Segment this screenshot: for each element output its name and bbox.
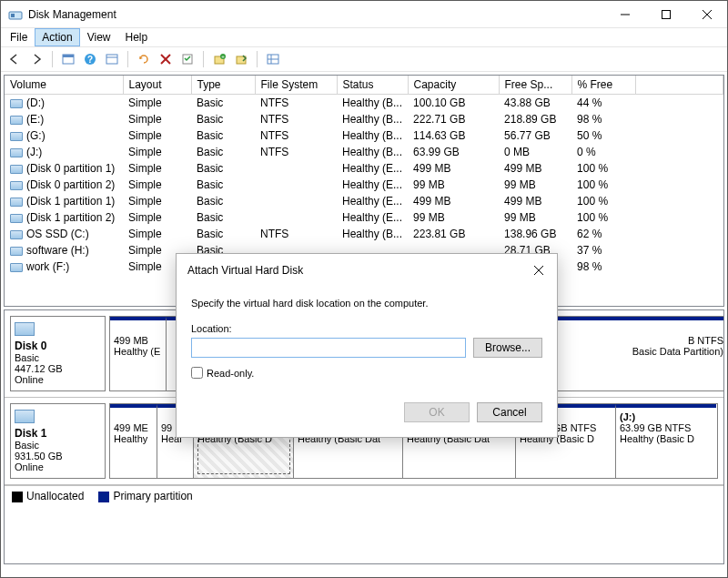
toolbar: ? + xyxy=(1,46,727,72)
column-header[interactable]: File System xyxy=(255,76,337,95)
disk-icon xyxy=(15,322,35,336)
dialog-title: Attach Virtual Hard Disk xyxy=(187,264,303,277)
volume-row[interactable]: (J:)SimpleBasicNTFSHealthy (B...63.99 GB… xyxy=(5,144,723,160)
location-input[interactable] xyxy=(191,338,466,358)
ok-button[interactable]: OK xyxy=(404,402,470,422)
disk-header[interactable]: Disk 1Basic931.50 GBOnline xyxy=(10,403,106,479)
volume-icon xyxy=(10,247,23,256)
volume-row[interactable]: (E:)SimpleBasicNTFSHealthy (B...222.71 G… xyxy=(5,111,723,127)
volume-icon xyxy=(10,116,23,125)
volume-icon xyxy=(10,263,23,272)
volume-icon xyxy=(10,181,23,190)
help-icon[interactable]: ? xyxy=(80,49,100,69)
cancel-button[interactable]: Cancel xyxy=(477,402,542,422)
svg-text:+: + xyxy=(221,54,225,59)
legend-unallocated: Unallocated xyxy=(26,490,84,502)
menu-action[interactable]: Action xyxy=(35,28,79,46)
volumes-table[interactable]: VolumeLayoutTypeFile SystemStatusCapacit… xyxy=(5,76,723,275)
attach-vhd-dialog: Attach Virtual Hard Disk Specify the vir… xyxy=(176,253,558,438)
volume-icon xyxy=(10,165,23,174)
forward-button[interactable] xyxy=(26,49,46,69)
volume-row[interactable]: (Disk 0 partition 2)SimpleBasicHealthy (… xyxy=(5,177,723,193)
legend: Unallocated Primary partition xyxy=(5,485,723,506)
disk-icon xyxy=(15,410,35,423)
svg-rect-1 xyxy=(11,14,15,17)
volume-icon xyxy=(10,230,23,239)
column-header[interactable]: Type xyxy=(191,76,255,95)
menubar: File Action View Help xyxy=(1,28,727,46)
dialog-description: Specify the virtual hard disk location o… xyxy=(191,298,542,309)
column-header[interactable]: Layout xyxy=(123,76,191,95)
back-button[interactable] xyxy=(5,49,25,69)
volume-row[interactable]: (D:)SimpleBasicNTFSHealthy (B...100.10 G… xyxy=(5,95,723,112)
column-header[interactable]: % Free xyxy=(571,76,635,95)
svg-rect-10 xyxy=(106,55,117,64)
properties-icon[interactable] xyxy=(177,49,197,69)
volume-row[interactable]: (G:)SimpleBasicNTFSHealthy (B...114.63 G… xyxy=(5,127,723,144)
volume-icon xyxy=(10,148,23,157)
show-hide-console-icon[interactable] xyxy=(58,49,78,69)
menu-view[interactable]: View xyxy=(80,28,118,46)
volume-icon xyxy=(10,99,23,108)
location-label: Location: xyxy=(191,323,542,334)
readonly-checkbox[interactable] xyxy=(191,367,203,379)
column-header[interactable]: Capacity xyxy=(408,76,499,95)
disk-partition[interactable]: (J:)63.99 GB NTFSHealthy (Basic D xyxy=(616,404,716,478)
column-header[interactable]: Volume xyxy=(5,76,123,95)
detail-view-icon[interactable] xyxy=(263,49,283,69)
disk-partition[interactable]: 499 MEHealthy xyxy=(110,404,157,478)
app-icon xyxy=(8,7,23,22)
browse-button[interactable]: Browse... xyxy=(473,338,542,358)
attach-vhd-icon[interactable] xyxy=(231,49,251,69)
dialog-close-button[interactable] xyxy=(528,261,550,279)
window-title: Disk Management xyxy=(28,8,116,21)
volume-row[interactable]: (Disk 1 partition 1)SimpleBasicHealthy (… xyxy=(5,193,723,209)
delete-icon[interactable] xyxy=(156,49,176,69)
menu-file[interactable]: File xyxy=(3,28,35,46)
minimize-button[interactable] xyxy=(604,1,645,27)
column-header[interactable]: Free Sp... xyxy=(499,76,571,95)
readonly-label: Read-only. xyxy=(207,368,254,379)
legend-primary: Primary partition xyxy=(113,490,192,502)
column-header[interactable]: Status xyxy=(337,76,408,95)
refresh-icon[interactable] xyxy=(134,49,154,69)
volume-icon xyxy=(10,214,23,223)
create-vhd-icon[interactable]: + xyxy=(209,49,229,69)
svg-rect-3 xyxy=(662,10,670,18)
titlebar: Disk Management xyxy=(1,1,727,28)
maximize-button[interactable] xyxy=(645,1,686,27)
menu-help[interactable]: Help xyxy=(118,28,156,46)
volume-row[interactable]: OS SSD (C:)SimpleBasicNTFSHealthy (B...2… xyxy=(5,226,723,242)
refresh-list-icon[interactable] xyxy=(102,49,122,69)
volume-row[interactable]: (Disk 0 partition 1)SimpleBasicHealthy (… xyxy=(5,160,723,177)
volume-icon xyxy=(10,132,23,141)
disk-partition[interactable]: 499 MBHealthy (E xyxy=(110,317,167,390)
volume-icon xyxy=(10,198,23,207)
close-button[interactable] xyxy=(686,1,727,27)
volume-row[interactable]: (Disk 1 partition 2)SimpleBasicHealthy (… xyxy=(5,209,723,226)
svg-rect-7 xyxy=(63,55,74,57)
svg-text:?: ? xyxy=(87,55,93,65)
disk-header[interactable]: Disk 0Basic447.12 GBOnline xyxy=(10,316,106,391)
